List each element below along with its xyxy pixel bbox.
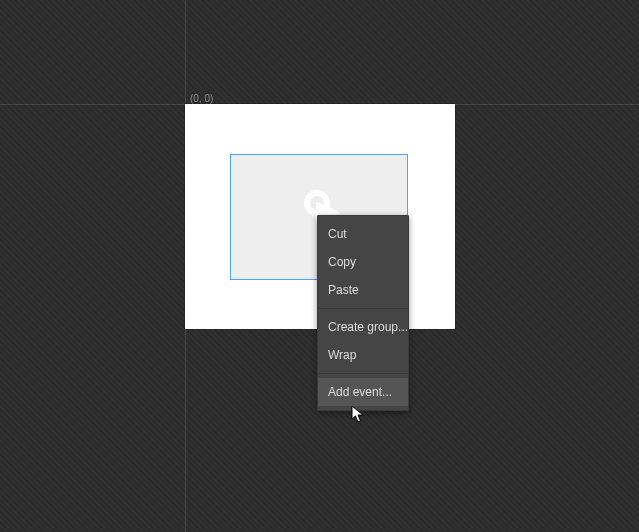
menu-item-add-event[interactable]: Add event... <box>318 378 408 406</box>
menu-item-cut[interactable]: Cut <box>318 220 408 248</box>
origin-coordinates: (0, 0) <box>190 93 213 104</box>
context-menu: Cut Copy Paste Create group... Wrap Add … <box>317 215 409 411</box>
menu-item-paste[interactable]: Paste <box>318 276 408 304</box>
menu-item-create-group[interactable]: Create group... <box>318 313 408 341</box>
menu-item-copy[interactable]: Copy <box>318 248 408 276</box>
menu-item-wrap[interactable]: Wrap <box>318 341 408 369</box>
